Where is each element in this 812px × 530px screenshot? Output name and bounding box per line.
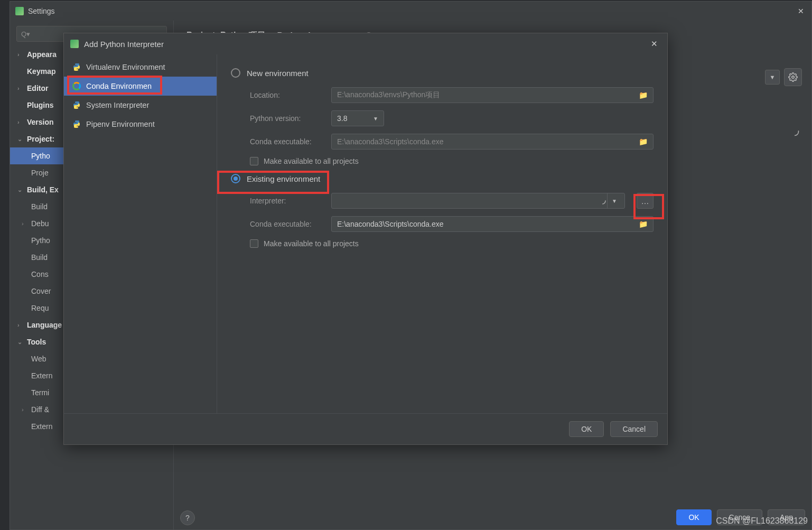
cancel-button[interactable]: Cancel <box>610 421 658 437</box>
loading-spinner-icon <box>789 126 800 137</box>
location-label: Location: <box>250 91 324 99</box>
gear-icon[interactable] <box>784 68 802 86</box>
modal-titlebar: Add Python Interpreter ✕ <box>64 33 667 54</box>
checkbox-icon <box>250 157 258 165</box>
close-icon[interactable]: ✕ <box>796 5 806 17</box>
checkbox-icon <box>250 239 258 248</box>
watermark: CSDN @FL1623863129 <box>716 516 808 526</box>
help-icon[interactable]: ? <box>180 510 195 525</box>
conda-executable-input2[interactable]: E:\anaconda3\Scripts\conda.exe 📁 <box>331 216 654 232</box>
existing-environment-radio[interactable]: Existing environment <box>231 174 654 183</box>
radio-icon <box>231 68 240 78</box>
pycharm-icon <box>15 7 24 15</box>
interpreter-label: Interpreter: <box>250 197 324 205</box>
pyversion-label: Python version: <box>250 114 324 123</box>
modal-content: New environment Location: E:\anaconda3\e… <box>217 54 667 413</box>
svg-point-2 <box>599 198 605 204</box>
conda-environment[interactable]: Conda Environmen <box>64 77 217 96</box>
condaexe-label2: Conda executable: <box>250 220 324 228</box>
interpreter-type-sidebar: Virtualenv Environment Conda Environmen … <box>64 54 217 413</box>
make-available-checkbox[interactable]: Make available to all projects <box>250 157 654 165</box>
settings-title: Settings <box>28 7 55 15</box>
python-icon <box>72 63 81 71</box>
settings-titlebar: Settings ✕ <box>10 2 811 21</box>
folder-icon[interactable]: 📁 <box>639 91 648 99</box>
add-interpreter-modal: Add Python Interpreter ✕ Virtualenv Envi… <box>63 33 668 445</box>
ok-button[interactable]: OK <box>676 509 711 525</box>
search-icon: Q▾ <box>21 30 30 38</box>
python-icon <box>72 101 81 109</box>
venv-environment[interactable]: Virtualenv Environment <box>64 58 217 77</box>
pycharm-icon <box>70 40 79 48</box>
modal-footer: OK Cancel <box>64 413 667 444</box>
modal-title: Add Python Interpreter <box>84 40 164 49</box>
editor-gutter <box>0 0 11 530</box>
ok-button[interactable]: OK <box>569 421 604 437</box>
folder-icon[interactable]: 📁 <box>639 137 648 146</box>
interpreter-dropdown-caret[interactable]: ▼ <box>765 70 780 85</box>
svg-point-1 <box>791 128 799 136</box>
new-environment-radio[interactable]: New environment <box>231 68 654 78</box>
chevron-down-icon[interactable]: ▼ <box>607 193 621 208</box>
conda-executable-input[interactable]: E:\anaconda3\Scripts\conda.exe 📁 <box>331 134 654 150</box>
folder-icon[interactable]: 📁 <box>639 220 648 228</box>
python-version-select[interactable]: 3.8 ▼ <box>331 110 384 126</box>
loading-spinner-icon <box>598 196 607 206</box>
condaexe-label: Conda executable: <box>250 137 324 146</box>
chevron-down-icon: ▼ <box>373 116 378 122</box>
close-icon[interactable]: ✕ <box>648 37 661 51</box>
python-icon <box>72 120 81 128</box>
pipenv-environment[interactable]: Pipenv Environment <box>64 115 217 134</box>
radio-icon <box>231 174 240 183</box>
svg-point-0 <box>792 76 795 79</box>
conda-icon <box>72 82 81 90</box>
make-available-checkbox2[interactable]: Make available to all projects <box>250 239 654 248</box>
browse-button[interactable]: … <box>637 193 654 209</box>
system-interpreter[interactable]: System Interpreter <box>64 96 217 115</box>
location-input[interactable]: E:\anaconda3\envs\Python项目 📁 <box>331 87 654 103</box>
interpreter-select[interactable]: ▼ <box>331 193 625 209</box>
